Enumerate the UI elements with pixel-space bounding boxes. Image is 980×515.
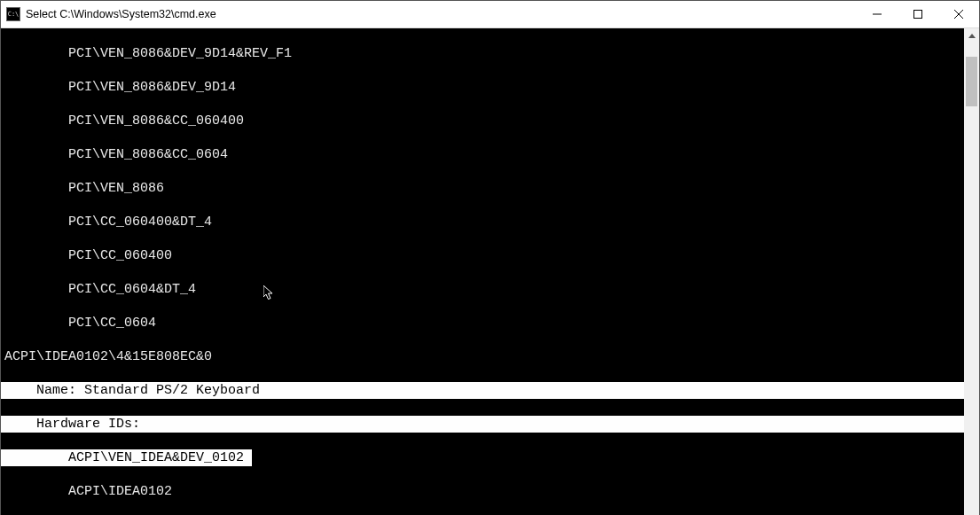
output-line: PCI\CC_0604 [1,315,964,332]
selected-line: Name: Standard PS/2 Keyboard [1,382,964,399]
client-area: PCI\VEN_8086&DEV_9D14&REV_F1 PCI\VEN_808… [1,28,979,515]
output-line: PCI\CC_060400&DT_4 [1,214,964,230]
terminal-output[interactable]: PCI\VEN_8086&DEV_9D14&REV_F1 PCI\VEN_808… [1,28,964,515]
output-line: PCI\VEN_8086 [1,180,964,197]
svg-rect-1 [914,11,922,19]
close-button[interactable] [938,1,979,27]
maximize-button[interactable] [898,1,938,27]
output-line: PCI\CC_060400 [1,247,964,264]
window-title: Select C:\Windows\System32\cmd.exe [26,8,216,20]
cmd-window: Select C:\Windows\System32\cmd.exe PCI\V… [0,0,980,515]
selected-line-partial: ACPI\VEN_IDEA&DEV_0102 [1,449,964,466]
output-line: PCI\VEN_8086&CC_060400 [1,113,964,129]
selected-line: Hardware IDs: [1,416,964,433]
scroll-thumb[interactable] [966,57,977,106]
output-line: ACPI\IDEA0102\4&15E808EC&0 [1,348,964,365]
cmd-icon [6,7,20,21]
selected-text: ACPI\VEN_IDEA&DEV_0102 [1,449,252,466]
minimize-button[interactable] [857,1,898,27]
output-line: PCI\CC_0604&DT_4 [1,281,964,298]
output-line: ACPI\IDEA0102 [1,483,964,500]
output-line: PCI\VEN_8086&DEV_9D14 [1,79,964,96]
output-line: PCI\VEN_8086&DEV_9D14&REV_F1 [1,45,964,62]
scroll-up-button[interactable] [964,28,979,43]
output-line: PCI\VEN_8086&CC_0604 [1,146,964,163]
svg-marker-4 [968,34,976,38]
scroll-track[interactable] [964,43,979,515]
vertical-scrollbar[interactable] [964,28,979,515]
title-bar[interactable]: Select C:\Windows\System32\cmd.exe [1,1,979,28]
